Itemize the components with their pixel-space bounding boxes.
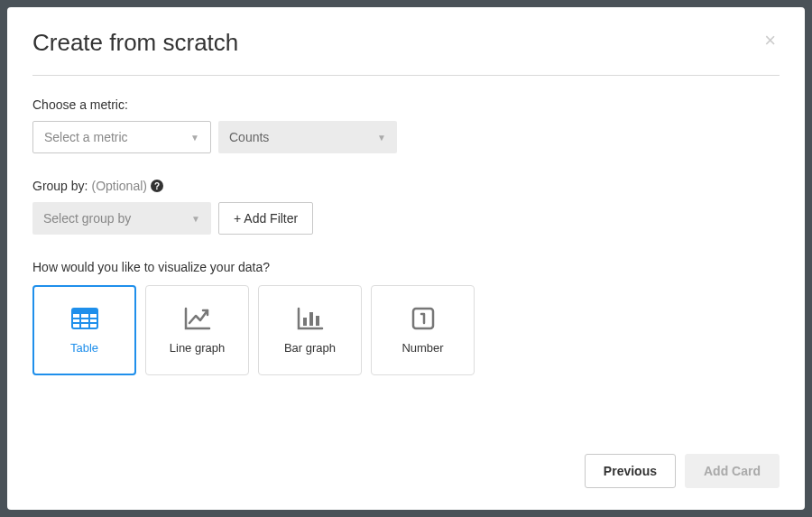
aggregate-select-value: Counts (229, 130, 269, 144)
modal-footer: Previous Add Card (32, 454, 780, 488)
visualize-options: Table Line graph Bar grap (32, 285, 780, 375)
add-filter-button[interactable]: + Add Filter (218, 202, 313, 235)
metric-select-placeholder: Select a metric (44, 130, 128, 144)
add-card-button[interactable]: Add Card (685, 454, 780, 488)
visualize-option-label: Table (70, 341, 98, 355)
group-by-label: Group by: (Optional) ? (32, 179, 780, 193)
metric-select[interactable]: Select a metric ▼ (32, 121, 211, 153)
visualize-option-label: Number (401, 341, 443, 355)
svg-rect-1 (72, 309, 97, 314)
group-by-row: Select group by ▼ + Add Filter (32, 202, 780, 235)
group-by-label-text: Group by: (32, 179, 88, 193)
visualize-option-table[interactable]: Table (32, 285, 136, 375)
header-divider (32, 75, 780, 76)
help-icon[interactable]: ? (151, 180, 163, 192)
visualize-option-label: Line graph (170, 341, 225, 355)
aggregate-select[interactable]: Counts ▼ (218, 121, 397, 153)
group-by-select[interactable]: Select group by ▼ (32, 202, 211, 235)
bar-graph-icon (296, 307, 325, 330)
modal-title: Create from scratch (32, 29, 238, 57)
create-from-scratch-modal: Create from scratch × Choose a metric: S… (7, 7, 805, 510)
visualize-option-line[interactable]: Line graph (145, 285, 249, 375)
table-icon (70, 307, 99, 330)
visualize-option-number[interactable]: Number (371, 285, 475, 375)
modal-header: Create from scratch × (32, 29, 780, 57)
group-by-optional: (Optional) (91, 179, 146, 193)
visualize-label: How would you like to visualize your dat… (32, 260, 780, 274)
metric-label: Choose a metric: (32, 97, 780, 112)
close-icon[interactable]: × (761, 29, 780, 52)
visualize-option-label: Bar graph (284, 341, 336, 355)
chevron-down-icon: ▼ (191, 214, 200, 224)
group-by-select-placeholder: Select group by (43, 211, 131, 226)
previous-button[interactable]: Previous (585, 454, 676, 488)
svg-rect-8 (316, 316, 319, 326)
svg-rect-7 (309, 312, 313, 326)
chevron-down-icon: ▼ (190, 133, 199, 143)
line-graph-icon (183, 307, 212, 330)
svg-rect-6 (303, 318, 307, 326)
metric-row: Select a metric ▼ Counts ▼ (32, 121, 780, 153)
chevron-down-icon: ▼ (377, 133, 386, 143)
number-icon (409, 307, 438, 330)
visualize-option-bar[interactable]: Bar graph (258, 285, 362, 375)
